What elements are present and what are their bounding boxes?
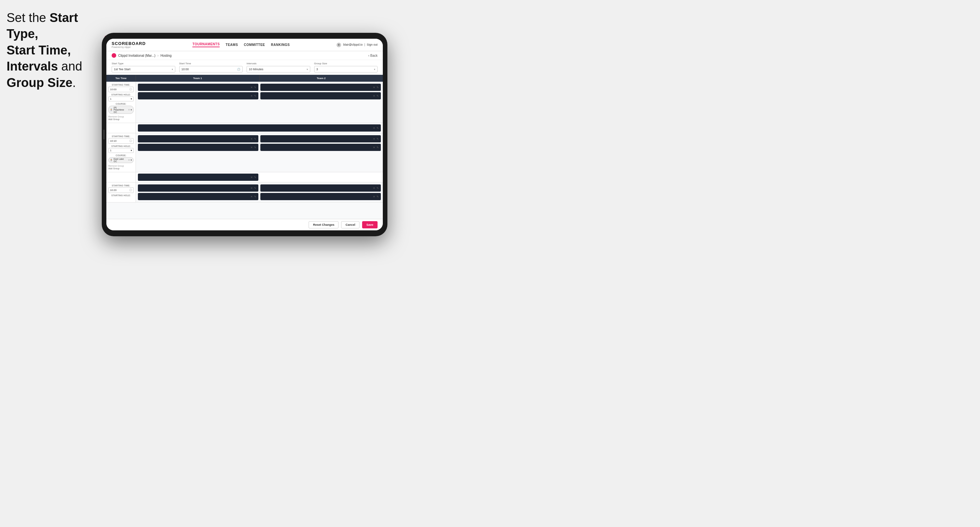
starting-time-value-3[interactable]: 10:20 ⓘ — [108, 187, 134, 193]
group-size-chevron: ▾ — [374, 68, 375, 71]
player-edit-e2[interactable]: ✎ — [254, 176, 256, 179]
player-row-6-2[interactable]: ✕ ✎ — [260, 193, 381, 200]
player-row-4-1[interactable]: ✕ ✎ — [260, 135, 381, 143]
player-row-1-1[interactable]: ✕ ✎ — [138, 84, 258, 91]
tournament-name[interactable]: Clippd Invitational (Mar...) — [118, 54, 155, 57]
player-edit-3[interactable]: ✎ — [377, 86, 379, 89]
player-edit-9[interactable]: ✎ — [254, 187, 256, 190]
course-remove-1[interactable]: ✕ — [128, 109, 130, 111]
player-x-4[interactable]: ✕ — [373, 95, 375, 97]
tee-right-3: ✕ ✎ ✕ ✎ ✕ ✎ ✕ — [136, 183, 383, 202]
starting-hole-value-1[interactable]: 1 ▾ — [108, 97, 134, 102]
hole-chevron-1: ▾ — [130, 97, 132, 100]
player-row-3-1[interactable]: ✕ ✎ — [138, 135, 258, 143]
player-x-2[interactable]: ✕ — [250, 95, 253, 97]
player-row-extra-1[interactable]: ✕ ✎ — [138, 124, 381, 132]
player-edit-10[interactable]: ✎ — [254, 195, 256, 198]
table-content[interactable]: STARTING TIME: 10:00 ⓘ STARTING HOLE: 1 … — [107, 82, 383, 219]
team2-extra-2 — [260, 174, 381, 181]
logo-area: SCOREBOARD Powered by clippd — [111, 41, 146, 48]
nav-tournaments[interactable]: TOURNAMENTS — [192, 42, 220, 47]
intervals-select[interactable]: 10 Minutes ▾ — [247, 66, 310, 73]
player-row-1-2[interactable]: ✕ ✎ — [138, 92, 258, 99]
player-edit-6[interactable]: ✎ — [254, 146, 256, 149]
reset-button[interactable]: Reset Changes — [309, 221, 339, 229]
player-x-5[interactable]: ✕ — [250, 138, 253, 140]
player-row-extra-2[interactable]: ✕ ✎ — [138, 174, 258, 181]
player-row-3-2[interactable]: ✕ ✎ — [138, 144, 258, 151]
intervals-value: 10 Minutes — [249, 68, 263, 71]
nav-links: TOURNAMENTS TEAMS COMMITTEE RANKINGS — [192, 42, 290, 47]
nav-user: B blair@clippd.io | Sign out — [337, 43, 377, 47]
tee-group-1: STARTING TIME: 10:00 ⓘ STARTING HOLE: 1 … — [107, 82, 383, 123]
player-edit-12[interactable]: ✎ — [377, 195, 379, 198]
hole-chevron-2: ▾ — [130, 149, 132, 152]
player-edit-e1[interactable]: ✎ — [377, 127, 379, 130]
player-row-2-2[interactable]: ✕ ✎ — [260, 92, 381, 99]
player-edit-4[interactable]: ✎ — [377, 95, 379, 97]
starting-time-value-1[interactable]: 10:00 ⓘ — [108, 87, 134, 92]
back-link[interactable]: Back — [368, 54, 377, 57]
course-chevron-1: ▾ — [130, 109, 132, 111]
course-label-2: COURSE: — [108, 154, 134, 157]
course-remove-2[interactable]: ✕ — [128, 159, 130, 162]
sign-out-link[interactable]: Sign out — [367, 43, 377, 46]
player-x-1[interactable]: ✕ — [250, 86, 253, 89]
player-x-e1[interactable]: ✕ — [373, 127, 375, 130]
time-info-icon-3: ⓘ — [129, 188, 132, 192]
nav-bar: SCOREBOARD Powered by clippd TOURNAMENTS… — [107, 39, 383, 51]
starting-time-label-2: STARTING TIME: — [108, 135, 134, 138]
remove-group-link-2[interactable]: Remove Group — [108, 165, 134, 167]
nav-rankings[interactable]: RANKINGS — [271, 43, 290, 47]
remove-group-link-1[interactable]: Remove Group — [108, 116, 134, 118]
tee-group-3: STARTING TIME: 10:20 ⓘ STARTING HOLE: ✕ … — [107, 183, 383, 202]
starting-time-label-1: STARTING TIME: — [108, 84, 134, 86]
player-x-9[interactable]: ✕ — [250, 187, 253, 190]
save-button[interactable]: Save — [362, 221, 377, 229]
player-x-3[interactable]: ✕ — [373, 86, 375, 89]
th-team2: Team 2 — [260, 75, 383, 82]
player-x-10[interactable]: ✕ — [250, 195, 253, 198]
team1-extra-2: ✕ ✎ — [138, 174, 258, 181]
th-tee-time: Tee Time — [107, 75, 136, 82]
bold-intervals: Intervals — [6, 59, 58, 73]
player-x-11[interactable]: ✕ — [373, 187, 375, 190]
start-type-label: Start Type — [111, 62, 175, 65]
player-edit-8[interactable]: ✎ — [377, 146, 379, 149]
player-x-6[interactable]: ✕ — [250, 146, 253, 149]
starting-hole-value-2[interactable]: 1 ▾ — [108, 148, 134, 153]
player-edit-2[interactable]: ✎ — [254, 95, 256, 97]
nav-committee[interactable]: COMMITTEE — [244, 43, 265, 47]
course-extra-row-2: ✕ ✎ — [107, 172, 383, 183]
start-time-group: Start Time 10:00 🕐 — [179, 62, 243, 73]
player-x-8[interactable]: ✕ — [373, 146, 375, 149]
clippd-icon — [111, 53, 116, 58]
player-edit-11[interactable]: ✎ — [377, 187, 379, 190]
player-edit-5[interactable]: ✎ — [254, 138, 256, 140]
team2-col-1: ✕ ✎ ✕ ✎ — [260, 84, 381, 121]
cancel-button[interactable]: Cancel — [341, 221, 360, 229]
player-edit-7[interactable]: ✎ — [377, 138, 379, 140]
player-x-e2[interactable]: ✕ — [250, 176, 253, 179]
player-row-5-1[interactable]: ✕ ✎ — [138, 184, 258, 192]
time-info-icon-1: ⓘ — [129, 87, 132, 91]
player-x-12[interactable]: ✕ — [373, 195, 375, 198]
group-size-select[interactable]: 3 ▾ — [314, 66, 378, 73]
player-row-2-1[interactable]: ✕ ✎ — [260, 84, 381, 91]
add-group-link-1[interactable]: Add Group — [108, 118, 134, 121]
player-x-7[interactable]: ✕ — [373, 138, 375, 140]
bold-start-type: Start Type, — [6, 11, 78, 41]
add-group-link-2[interactable]: Add Group — [108, 167, 134, 170]
nav-teams[interactable]: TEAMS — [226, 43, 238, 47]
tee-left-1: STARTING TIME: 10:00 ⓘ STARTING HOLE: 1 … — [107, 82, 136, 123]
player-row-4-2[interactable]: ✕ ✎ — [260, 144, 381, 151]
player-row-6-1[interactable]: ✕ ✎ — [260, 184, 381, 192]
start-time-select[interactable]: 10:00 🕐 — [179, 66, 243, 73]
tablet-screen: SCOREBOARD Powered by clippd TOURNAMENTS… — [107, 39, 383, 230]
starting-time-value-2[interactable]: 10:10 ⓘ — [108, 138, 134, 144]
player-row-5-2[interactable]: ✕ ✎ — [138, 193, 258, 200]
instruction-area: Set the Start Type, Start Time, Interval… — [6, 10, 102, 91]
player-edit-1[interactable]: ✎ — [254, 86, 256, 89]
bold-group-size: Group Size — [6, 76, 73, 90]
start-type-select[interactable]: 1st Tee Start ▾ — [111, 66, 175, 73]
